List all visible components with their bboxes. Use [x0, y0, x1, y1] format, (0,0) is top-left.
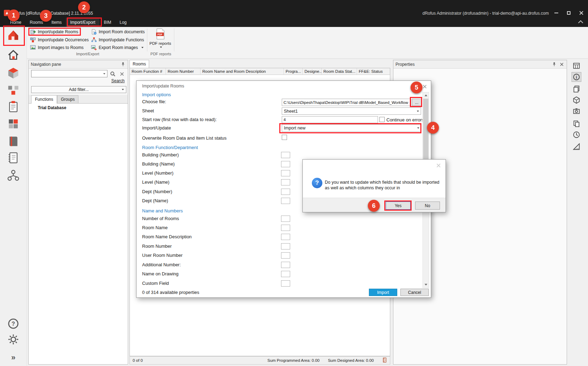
choose-file-input[interactable]	[282, 99, 411, 106]
level-number-field[interactable]	[281, 170, 290, 176]
room-number-field[interactable]	[281, 243, 290, 249]
tab-functions[interactable]: Functions	[31, 95, 57, 104]
navigation-search-input[interactable]	[33, 71, 102, 77]
confirm-close-icon[interactable]	[436, 163, 441, 168]
maximize-button[interactable]	[564, 9, 573, 17]
close-button[interactable]	[577, 9, 586, 17]
export-room-images-button[interactable]: Export Room images	[91, 44, 144, 51]
import-update-functions-icon	[91, 37, 97, 43]
systems-module-icon[interactable]	[6, 117, 20, 131]
tab-items[interactable]: Items	[47, 18, 66, 27]
building-name-field[interactable]	[281, 161, 290, 167]
help-icon[interactable]: ?	[6, 317, 20, 331]
classification-module-icon[interactable]	[6, 134, 20, 148]
dropdown-caret-icon	[417, 111, 419, 112]
import-update-select[interactable]: Import new	[282, 124, 421, 132]
no-button[interactable]: No	[415, 202, 440, 210]
column-room-number[interactable]: Room Number	[166, 68, 201, 75]
dept-number-field[interactable]	[281, 189, 290, 195]
drofus-home-icon[interactable]	[6, 28, 20, 42]
field-row: Name on Drawing	[136, 271, 431, 278]
items-module-icon[interactable]	[6, 66, 20, 80]
import-images-to-rooms-label: Import images to Rooms	[38, 45, 84, 50]
room-name-field[interactable]	[281, 225, 290, 231]
column-room-function[interactable]: Room Function #	[130, 68, 166, 75]
field-row: Room Name	[136, 225, 431, 232]
export-room-images-icon	[91, 45, 97, 50]
add-filter-label: Add filter...	[69, 87, 89, 92]
user-room-number-field[interactable]	[281, 252, 290, 259]
room-data-module-icon[interactable]	[6, 100, 20, 114]
documents-panel-icon[interactable]	[572, 84, 581, 94]
yes-button[interactable]: Yes	[386, 202, 411, 210]
search-icon[interactable]	[109, 70, 116, 77]
close-pane-icon[interactable]	[559, 62, 565, 67]
level-name-field[interactable]	[281, 179, 290, 185]
expand-sidebar-icon[interactable]: »	[6, 351, 20, 365]
clear-search-icon[interactable]	[118, 70, 125, 77]
properties-grid-icon[interactable]	[572, 61, 581, 71]
additional-number-field[interactable]	[281, 262, 290, 268]
column-ffe-status[interactable]: FF&E: Status	[357, 68, 387, 75]
pdf-reports-button[interactable]: PDF PDF reports	[149, 28, 172, 51]
dept-name-field[interactable]	[281, 198, 290, 204]
column-designed[interactable]: Designe...	[303, 68, 322, 75]
column-programmed[interactable]: Progra...	[284, 68, 303, 75]
import-button[interactable]: Import	[369, 289, 397, 296]
sheet-select[interactable]: Sheet1	[282, 107, 421, 115]
import-update-functions-button[interactable]: Import/update Functions	[91, 36, 144, 43]
settings-gear-icon[interactable]	[6, 332, 20, 346]
tab-groups[interactable]: Groups	[57, 95, 78, 103]
tab-home[interactable]: Home	[6, 18, 26, 27]
copy-panel-icon[interactable]	[572, 119, 581, 128]
collapse-ribbon-icon[interactable]	[578, 20, 583, 25]
user-info: dRofus Administrator (drofusadmin) - tri…	[422, 11, 549, 16]
tab-log[interactable]: Log	[115, 18, 131, 27]
rooms-module-icon[interactable]	[6, 48, 20, 62]
add-filter-dropdown[interactable]: Add filter...	[31, 86, 126, 93]
column-room-name[interactable]: Room Name and Room Description	[201, 68, 284, 75]
number-of-rooms-field[interactable]	[281, 216, 290, 222]
room-name-description-field[interactable]	[281, 234, 290, 240]
properties-pane-header: Properties	[393, 60, 567, 69]
start-row-input[interactable]	[282, 116, 378, 123]
import-room-documents-button[interactable]: Import Room documents	[91, 28, 145, 35]
section-room-function-department: Room Function/Department	[142, 145, 198, 150]
cancel-button[interactable]: Cancel	[400, 289, 429, 296]
choose-file-label: Choose file:	[142, 99, 166, 104]
info-panel-icon[interactable]: i	[572, 72, 581, 82]
tab-import-export[interactable]: Import/Export	[66, 18, 99, 27]
custom-field-field[interactable]	[281, 280, 290, 287]
occurrences-module-icon[interactable]	[6, 83, 20, 97]
measure-panel-icon[interactable]	[572, 142, 581, 152]
history-panel-icon[interactable]	[572, 130, 581, 140]
search-link[interactable]: Search	[111, 78, 125, 83]
overwrite-checkbox[interactable]	[282, 135, 287, 140]
browse-file-button[interactable]: ...	[412, 99, 421, 106]
continue-on-errors-checkbox[interactable]	[379, 117, 385, 122]
column-room-data-status[interactable]: Room Data Stat...	[322, 68, 357, 75]
pin-icon[interactable]	[120, 62, 126, 67]
scroll-down-icon[interactable]	[423, 282, 429, 288]
tree-item-trial-database[interactable]: Trial Database	[38, 105, 66, 110]
building-number-field[interactable]	[281, 152, 290, 158]
images-panel-icon[interactable]	[572, 106, 581, 116]
organization-module-icon[interactable]	[6, 169, 20, 183]
import-images-to-rooms-button[interactable]: Import images to Rooms	[30, 44, 84, 51]
dropdown-caret-icon	[417, 127, 419, 129]
minimize-button[interactable]	[552, 9, 561, 17]
tab-bim[interactable]: BIM	[99, 18, 115, 27]
navigation-search-combo[interactable]	[31, 70, 107, 77]
scroll-up-icon[interactable]	[423, 92, 429, 98]
tab-rooms[interactable]: Rooms	[26, 18, 47, 27]
pin-icon[interactable]	[551, 62, 557, 67]
rooms-grid-tab[interactable]: Rooms	[130, 60, 149, 68]
app-icon	[4, 10, 10, 16]
field-row: User Room Number	[136, 252, 431, 259]
model-panel-icon[interactable]	[572, 95, 581, 105]
import-update-rooms-button[interactable]: Import/update Rooms	[30, 28, 78, 35]
reports-module-icon[interactable]	[6, 151, 20, 165]
import-update-occurrences-button[interactable]: Import/update Occurrences	[30, 36, 89, 43]
dialog-close-icon[interactable]	[422, 84, 427, 89]
name-on-drawing-field[interactable]	[281, 271, 290, 277]
